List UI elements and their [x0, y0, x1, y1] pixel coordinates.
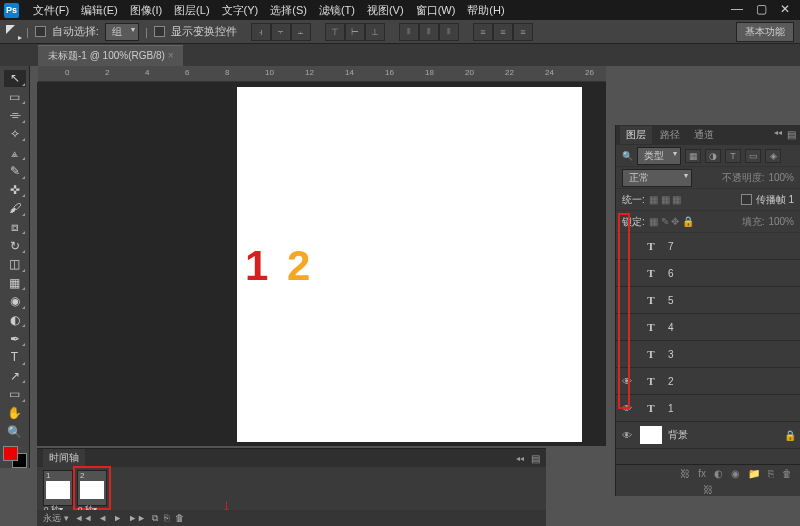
- layer-row[interactable]: 背景🔒: [616, 422, 800, 449]
- filter-icon[interactable]: ◑: [705, 149, 721, 163]
- distribute-icon[interactable]: ⦀: [399, 23, 419, 41]
- color-swatches[interactable]: [3, 446, 27, 468]
- eyedropper-tool[interactable]: ✎: [4, 163, 26, 180]
- next-frame-button[interactable]: ►►: [128, 513, 146, 523]
- canvas[interactable]: 1 2: [237, 87, 582, 442]
- opacity-value[interactable]: 100%: [768, 172, 794, 183]
- adjustment-icon[interactable]: ◉: [731, 468, 740, 479]
- hand-tool[interactable]: ✋: [4, 405, 26, 422]
- path-tool[interactable]: ↗: [4, 368, 26, 385]
- prev-frame-button[interactable]: ◄: [98, 513, 107, 523]
- pen-tool[interactable]: ✒: [4, 330, 26, 347]
- layer-row[interactable]: T7: [616, 233, 800, 260]
- trash-icon[interactable]: 🗑: [782, 468, 792, 479]
- auto-select-dropdown[interactable]: 组: [105, 23, 139, 41]
- first-frame-button[interactable]: ◄◄: [75, 513, 93, 523]
- shape-tool[interactable]: ▭: [4, 386, 26, 403]
- distribute-icon[interactable]: ≡: [493, 23, 513, 41]
- layer-row[interactable]: T3: [616, 341, 800, 368]
- frame-2[interactable]: 2 0 秒▾: [77, 470, 107, 506]
- dodge-tool[interactable]: ◐: [4, 312, 26, 329]
- fx-icon[interactable]: fx: [698, 468, 706, 479]
- tab-layers[interactable]: 图层: [620, 126, 652, 144]
- layer-row[interactable]: T6: [616, 260, 800, 287]
- timeline-tab[interactable]: 时间轴: [43, 449, 85, 467]
- link-icon[interactable]: ⛓: [703, 484, 713, 495]
- auto-select-checkbox[interactable]: [35, 26, 46, 37]
- filter-icon[interactable]: ▭: [745, 149, 761, 163]
- link-icon[interactable]: ⛓: [680, 468, 690, 479]
- blur-tool[interactable]: ◉: [4, 293, 26, 310]
- close-button[interactable]: ✕: [778, 3, 792, 17]
- blend-mode-dropdown[interactable]: 正常: [622, 169, 692, 187]
- tab-paths[interactable]: 路径: [654, 126, 686, 144]
- wand-tool[interactable]: ✧: [4, 126, 26, 143]
- brush-tool[interactable]: 🖌: [4, 200, 26, 217]
- marquee-tool[interactable]: ▭: [4, 89, 26, 106]
- align-icon[interactable]: ⊢: [345, 23, 365, 41]
- fill-value[interactable]: 100%: [768, 216, 794, 227]
- menu-select[interactable]: 选择(S): [264, 1, 313, 20]
- filter-kind-dropdown[interactable]: 类型: [637, 147, 681, 165]
- stamp-tool[interactable]: ⧈: [4, 219, 26, 236]
- layer-row[interactable]: T1: [616, 395, 800, 422]
- distribute-icon[interactable]: ⦀: [419, 23, 439, 41]
- align-icon[interactable]: ⫞: [251, 23, 271, 41]
- menu-file[interactable]: 文件(F): [27, 1, 75, 20]
- loop-dropdown[interactable]: 永远 ▾: [43, 512, 69, 525]
- distribute-icon[interactable]: ≡: [513, 23, 533, 41]
- type-tool[interactable]: T: [4, 349, 26, 366]
- layer-row[interactable]: T4: [616, 314, 800, 341]
- panel-collapse-icon[interactable]: ◂◂: [516, 454, 524, 463]
- new-layer-icon[interactable]: ⎘: [768, 468, 774, 479]
- crop-tool[interactable]: ⟁: [4, 144, 26, 161]
- zoom-tool[interactable]: 🔍: [4, 423, 26, 440]
- eraser-tool[interactable]: ◫: [4, 256, 26, 273]
- distribute-icon[interactable]: ≡: [473, 23, 493, 41]
- panel-collapse-icon[interactable]: ◂◂: [774, 128, 782, 137]
- menu-image[interactable]: 图像(I): [124, 1, 168, 20]
- foreground-color[interactable]: [3, 446, 18, 461]
- maximize-button[interactable]: ▢: [754, 3, 768, 17]
- lasso-tool[interactable]: ⌯: [4, 107, 26, 124]
- filter-icon[interactable]: ◈: [765, 149, 781, 163]
- menu-edit[interactable]: 编辑(E): [75, 1, 124, 20]
- filter-icon[interactable]: ▦: [685, 149, 701, 163]
- align-icon[interactable]: ⫟: [271, 23, 291, 41]
- layer-row[interactable]: T2: [616, 368, 800, 395]
- distribute-icon[interactable]: ⦀: [439, 23, 459, 41]
- filter-icon[interactable]: T: [725, 149, 741, 163]
- history-brush-tool[interactable]: ↻: [4, 237, 26, 254]
- show-transform-checkbox[interactable]: [154, 26, 165, 37]
- text-layer-2[interactable]: 2: [287, 242, 310, 290]
- menu-help[interactable]: 帮助(H): [461, 1, 510, 20]
- menu-layer[interactable]: 图层(L): [168, 1, 215, 20]
- menu-type[interactable]: 文字(Y): [216, 1, 265, 20]
- move-tool[interactable]: ↖: [4, 70, 26, 87]
- panel-menu-icon[interactable]: ▤: [531, 453, 540, 464]
- heal-tool[interactable]: ✜: [4, 182, 26, 199]
- text-layer-1[interactable]: 1: [245, 242, 268, 290]
- workspace-button[interactable]: 基本功能: [736, 22, 794, 42]
- menu-window[interactable]: 窗口(W): [410, 1, 462, 20]
- layer-row[interactable]: T5: [616, 287, 800, 314]
- frame-1[interactable]: 1 0 秒▾: [43, 470, 73, 506]
- duplicate-frame-button[interactable]: ⎘: [164, 513, 169, 523]
- propagate-checkbox[interactable]: [741, 194, 752, 205]
- mask-icon[interactable]: ◐: [714, 468, 723, 479]
- visibility-toggle[interactable]: [620, 428, 634, 442]
- tween-button[interactable]: ⧉: [152, 513, 158, 524]
- tab-channels[interactable]: 通道: [688, 126, 720, 144]
- delete-frame-button[interactable]: 🗑: [175, 513, 184, 523]
- gradient-tool[interactable]: ▦: [4, 275, 26, 292]
- align-icon[interactable]: ⫠: [291, 23, 311, 41]
- align-icon[interactable]: ⊤: [325, 23, 345, 41]
- folder-icon[interactable]: 📁: [748, 468, 760, 479]
- menu-view[interactable]: 视图(V): [361, 1, 410, 20]
- minimize-button[interactable]: —: [730, 3, 744, 17]
- align-icon[interactable]: ⊥: [365, 23, 385, 41]
- menu-filter[interactable]: 滤镜(T): [313, 1, 361, 20]
- play-button[interactable]: ►: [113, 513, 122, 523]
- document-tab[interactable]: 未标题-1 @ 100%(RGB/8) ×: [38, 45, 183, 66]
- panel-menu-icon[interactable]: ▤: [787, 129, 796, 140]
